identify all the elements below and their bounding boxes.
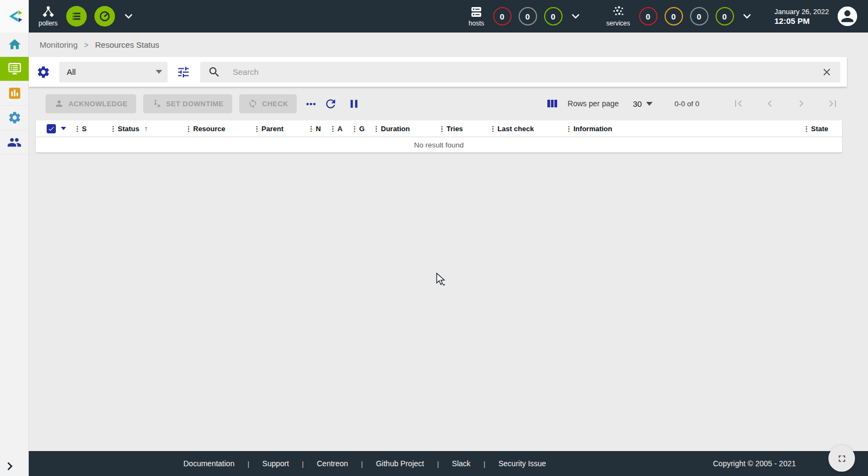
column-header-duration[interactable]: ⋮Duration bbox=[373, 125, 438, 133]
last-page-button[interactable] bbox=[826, 97, 839, 110]
hosts-down-counter[interactable]: 0 bbox=[493, 7, 512, 25]
drag-handle-icon[interactable]: ⋮ bbox=[74, 125, 80, 132]
services-menu[interactable]: services bbox=[607, 5, 630, 27]
services-warning-counter[interactable]: 0 bbox=[665, 7, 683, 25]
column-header-graph[interactable]: ⋮G bbox=[351, 125, 373, 133]
pollers-expand-button[interactable] bbox=[123, 10, 135, 22]
filter-settings-button[interactable] bbox=[36, 65, 50, 79]
clear-search-button[interactable] bbox=[821, 66, 833, 78]
drag-handle-icon[interactable]: ⋮ bbox=[185, 125, 192, 132]
hosts-up-counter[interactable]: 0 bbox=[544, 7, 563, 25]
footer-link-centreon[interactable]: Centreon bbox=[317, 459, 348, 468]
poller-list-button[interactable] bbox=[66, 6, 87, 27]
services-unknown-count: 0 bbox=[697, 12, 701, 21]
footer: Documentation | Support | Centreon | Git… bbox=[29, 451, 868, 476]
services-critical-counter[interactable]: 0 bbox=[639, 7, 658, 25]
poller-gauge-button[interactable] bbox=[94, 6, 115, 27]
pollers-cluster: pollers bbox=[39, 5, 137, 27]
footer-link-support[interactable]: Support bbox=[263, 459, 289, 468]
pollers-menu[interactable]: pollers bbox=[39, 5, 58, 27]
rows-per-page-select[interactable]: 30 bbox=[633, 99, 653, 108]
centreon-logo[interactable] bbox=[0, 0, 29, 33]
drag-handle-icon[interactable]: ⋮ bbox=[329, 125, 336, 132]
fullscreen-button[interactable] bbox=[828, 445, 855, 472]
check-button[interactable]: CHECK bbox=[239, 94, 297, 113]
drag-handle-icon[interactable]: ⋮ bbox=[489, 125, 496, 132]
sort-asc-icon[interactable]: ↑ bbox=[144, 124, 148, 133]
sidebar-item-home[interactable] bbox=[0, 33, 29, 57]
breadcrumb-resources-status[interactable]: Resources Status bbox=[95, 40, 159, 49]
drag-handle-icon[interactable]: ⋮ bbox=[351, 125, 358, 132]
more-actions-button[interactable]: ••• bbox=[306, 99, 316, 108]
drag-handle-icon[interactable]: ⋮ bbox=[253, 125, 260, 132]
hosts-menu[interactable]: hosts bbox=[469, 5, 484, 27]
sidebar-item-reporting[interactable] bbox=[0, 81, 29, 106]
column-header-action[interactable]: ⋮A bbox=[329, 125, 351, 133]
advanced-filters-button[interactable] bbox=[176, 65, 190, 79]
footer-link-slack[interactable]: Slack bbox=[452, 459, 470, 468]
footer-link-github-project[interactable]: Github Project bbox=[376, 459, 424, 468]
set-downtime-button[interactable]: SET DOWNTIME bbox=[143, 94, 232, 113]
pagination-range: 0-0 of 0 bbox=[674, 100, 699, 108]
column-label: Last check bbox=[497, 125, 534, 133]
drag-handle-icon[interactable]: ⋮ bbox=[308, 125, 314, 132]
column-header-information[interactable]: ⋮Information bbox=[565, 125, 803, 133]
column-header-last-check[interactable]: ⋮Last check bbox=[489, 125, 565, 133]
gauge-icon bbox=[98, 10, 111, 23]
services-ok-counter[interactable]: 0 bbox=[716, 7, 734, 25]
column-label: Tries bbox=[446, 125, 463, 133]
hosts-unreachable-counter[interactable]: 0 bbox=[519, 7, 537, 25]
user-avatar-button[interactable] bbox=[838, 7, 857, 26]
drag-handle-icon[interactable]: ⋮ bbox=[110, 125, 116, 132]
column-header-parent[interactable]: ⋮Parent bbox=[253, 125, 308, 133]
search-icon bbox=[208, 66, 221, 79]
next-page-button[interactable] bbox=[795, 97, 808, 110]
clock: January 26, 2022 12:05 PM bbox=[775, 8, 829, 25]
column-header-resource[interactable]: ⋮Resource bbox=[185, 125, 253, 133]
services-expand-button[interactable] bbox=[741, 10, 753, 22]
chevron-right-icon bbox=[4, 461, 15, 472]
column-label: N bbox=[316, 125, 321, 133]
drag-handle-icon[interactable]: ⋮ bbox=[803, 125, 809, 132]
refresh-button[interactable] bbox=[324, 97, 337, 111]
filter-type-select[interactable]: All bbox=[59, 62, 168, 82]
drag-handle-icon[interactable]: ⋮ bbox=[565, 125, 572, 132]
column-header-severity[interactable]: ⋮S bbox=[74, 125, 110, 133]
sidebar-expand-button[interactable] bbox=[0, 461, 29, 472]
column-header-status[interactable]: ⋮Status↑ bbox=[110, 124, 185, 133]
topbar: pollers bbox=[29, 0, 868, 33]
column-label: Duration bbox=[381, 125, 410, 133]
acknowledge-button[interactable]: ACKNOWLEDGE bbox=[46, 94, 136, 113]
first-page-button[interactable] bbox=[732, 97, 745, 110]
home-icon bbox=[8, 37, 22, 52]
last-page-icon bbox=[826, 97, 839, 110]
user-icon bbox=[838, 7, 857, 25]
hosts-icon bbox=[469, 5, 483, 18]
footer-separator: | bbox=[437, 460, 439, 468]
sidebar-item-configuration[interactable] bbox=[0, 106, 29, 130]
pause-autorefresh-button[interactable] bbox=[347, 97, 361, 111]
selection-menu-button[interactable] bbox=[61, 127, 66, 130]
resources-table: ⋮S ⋮Status↑ ⋮Resource ⋮Parent ⋮N ⋮A ⋮G ⋮… bbox=[36, 120, 842, 153]
hosts-expand-button[interactable] bbox=[570, 10, 582, 22]
footer-link-security-issue[interactable]: Security Issue bbox=[499, 459, 546, 468]
drag-handle-icon[interactable]: ⋮ bbox=[438, 125, 445, 132]
select-all-checkbox[interactable] bbox=[47, 124, 56, 133]
sync-icon bbox=[248, 99, 258, 108]
footer-link-documentation[interactable]: Documentation bbox=[183, 459, 234, 468]
edit-columns-button[interactable] bbox=[546, 97, 559, 110]
filter-type-value: All bbox=[67, 67, 156, 76]
breadcrumb-monitoring[interactable]: Monitoring bbox=[40, 40, 78, 49]
column-header-state[interactable]: ⋮State bbox=[803, 125, 842, 133]
previous-page-button[interactable] bbox=[763, 97, 776, 110]
column-header-notes[interactable]: ⋮N bbox=[308, 125, 329, 133]
actions-toolbar: ACKNOWLEDGE SET DOWNTIME CHECK ••• Rows … bbox=[29, 91, 847, 116]
mouse-cursor bbox=[436, 273, 448, 287]
services-unknown-counter[interactable]: 0 bbox=[690, 7, 709, 25]
search-input[interactable] bbox=[233, 67, 821, 76]
column-header-tries[interactable]: ⋮Tries bbox=[438, 125, 489, 133]
sidebar-item-administration[interactable] bbox=[0, 130, 29, 155]
services-warning-count: 0 bbox=[671, 12, 675, 21]
drag-handle-icon[interactable]: ⋮ bbox=[373, 125, 379, 132]
sidebar-item-monitoring[interactable] bbox=[0, 57, 29, 81]
